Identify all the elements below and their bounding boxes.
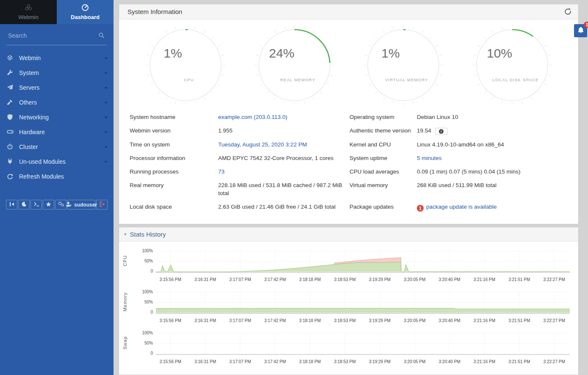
gauge-cpu: 1%CPU bbox=[131, 25, 240, 106]
sidebar-item-refresh-modules[interactable]: Refresh Modules ◀ bbox=[0, 169, 114, 184]
info-value: 0.09 (1 min) 0.07 (5 mins) 0.04 (15 mins… bbox=[417, 165, 570, 178]
x-tick-label: 3:21:51 PM bbox=[508, 277, 530, 282]
tab-dashboard[interactable]: Dashboard bbox=[57, 0, 114, 24]
stats-chart-swap: Swap 100% 50% 0 3:15:56 PM3:16:31 PM3:17… bbox=[119, 330, 578, 366]
info-link[interactable]: package update is available bbox=[426, 204, 497, 210]
chart-axis: CPU 100% 50% 0 bbox=[119, 248, 156, 274]
search-input[interactable] bbox=[7, 32, 97, 39]
info-link[interactable]: example.com (203.0.113.0) bbox=[218, 114, 287, 120]
gauge-local-disk-space: 10%LOCAL DISK SPACE bbox=[458, 25, 566, 106]
x-tick-label: 3:20:40 PM bbox=[439, 318, 460, 323]
sidebar-item-networking[interactable]: Networking ◀ bbox=[0, 110, 114, 124]
theme-info-button[interactable]: i bbox=[435, 128, 447, 135]
tab-webmin[interactable]: Webmin bbox=[0, 0, 57, 24]
sidebar-item-servers[interactable]: Servers ◀ bbox=[0, 80, 114, 95]
terminal-button[interactable] bbox=[31, 200, 42, 210]
sidebar-item-un-used-modules[interactable]: Un-used Modules ◀ bbox=[0, 154, 114, 169]
chart-axis: Memory 100% 50% 0 bbox=[119, 289, 156, 315]
gauge-dial: 1%VIRTUAL MEMORY bbox=[357, 25, 450, 106]
info-value: 1.955 bbox=[218, 124, 349, 138]
info-label: Authentic theme version bbox=[349, 124, 417, 138]
info-label: System hostname bbox=[130, 110, 218, 124]
collapse-sidebar-button[interactable] bbox=[6, 200, 17, 210]
refresh-icon[interactable] bbox=[563, 6, 573, 17]
chevron-left-icon: ◀ bbox=[105, 71, 107, 74]
sidebar-item-webmin[interactable]: Webmin ◀ bbox=[0, 50, 114, 65]
y-tick-label: 100% bbox=[142, 248, 153, 253]
x-tick-label: 3:20:05 PM bbox=[404, 277, 425, 282]
y-tick-label: 0 bbox=[150, 310, 153, 314]
x-tick-label: 3:20:05 PM bbox=[404, 359, 425, 364]
chart-axis-name: Memory bbox=[122, 292, 128, 312]
x-tick-label: 3:17:07 PM bbox=[229, 359, 251, 364]
stats-history-title: Stats History bbox=[130, 231, 166, 238]
info-link[interactable]: Tuesday, August 25, 2020 3:22 PM bbox=[218, 141, 307, 148]
terminal-icon bbox=[33, 201, 39, 208]
svg-text:24%: 24% bbox=[269, 46, 294, 60]
menu-item-label: Networking bbox=[19, 114, 105, 121]
x-tick-label: 3:17:42 PM bbox=[264, 359, 286, 364]
tab-dashboard-label: Dashboard bbox=[71, 14, 100, 20]
user-button[interactable]: sudouser bbox=[67, 200, 95, 210]
gauge-dial: 1%CPU bbox=[139, 25, 232, 106]
logout-button[interactable] bbox=[96, 200, 108, 210]
x-tick-label: 3:19:29 PM bbox=[369, 277, 391, 282]
caret-down-icon: ▾ bbox=[124, 232, 127, 237]
x-tick-label: 3:16:31 PM bbox=[194, 318, 216, 323]
y-tick-label: 100% bbox=[142, 331, 153, 335]
night-mode-button[interactable] bbox=[18, 200, 30, 210]
sidebar-item-cluster[interactable]: Cluster ◀ bbox=[0, 139, 114, 154]
info-value: 73 bbox=[218, 165, 349, 178]
chart-canvas bbox=[156, 248, 570, 274]
x-tick-label: 3:18:18 PM bbox=[299, 318, 321, 323]
gauge-virtual-memory: 1%VIRTUAL MEMORY bbox=[349, 25, 458, 106]
x-tick-label: 3:18:53 PM bbox=[334, 318, 355, 323]
info-label: Real memory bbox=[130, 178, 218, 200]
chevron-left-icon: ◀ bbox=[105, 130, 107, 134]
svg-text:1%: 1% bbox=[381, 46, 399, 60]
sidebar-item-system[interactable]: System ◀ bbox=[0, 65, 114, 80]
menu-item-label: Un-used Modules bbox=[19, 158, 105, 165]
chart-x-ticks: 3:15:56 PM3:16:31 PM3:17:07 PM3:17:42 PM… bbox=[156, 359, 570, 366]
charts-container: CPU 100% 50% 0 3:15:56 PM3:16:31 PM3:17:… bbox=[119, 242, 578, 374]
sidebar-toolbar: sudouser bbox=[6, 200, 108, 210]
x-tick-label: 3:20:40 PM bbox=[439, 359, 460, 364]
info-value: example.com (203.0.113.0) bbox=[218, 110, 349, 124]
sidebar-search bbox=[6, 24, 107, 45]
y-tick-label: 0 bbox=[150, 351, 153, 356]
x-tick-label: 3:17:07 PM bbox=[229, 277, 251, 282]
x-tick-label: 3:22:27 PM bbox=[544, 318, 565, 323]
notifications-button[interactable]: 1 bbox=[574, 24, 587, 37]
menu-item-label: System bbox=[19, 69, 105, 76]
notification-count-badge: 1 bbox=[584, 22, 588, 28]
favorites-button[interactable] bbox=[43, 200, 54, 210]
x-tick-label: 3:21:51 PM bbox=[508, 318, 530, 323]
stats-chart-memory: Memory 100% 50% 0 3:15:56 PM3:16:31 PM3:… bbox=[119, 289, 578, 325]
chart-axis-name: CPU bbox=[122, 255, 128, 266]
power-icon bbox=[7, 143, 17, 150]
info-link[interactable]: 5 minutes bbox=[417, 155, 442, 161]
x-tick-label: 3:22:27 PM bbox=[544, 359, 565, 364]
info-link[interactable]: 73 bbox=[218, 168, 225, 175]
info-label: System uptime bbox=[349, 151, 417, 165]
chevron-left-icon: ◀ bbox=[105, 86, 107, 89]
x-tick-label: 3:15:56 PM bbox=[160, 359, 181, 364]
stats-history-header[interactable]: ▾ Stats History bbox=[119, 227, 578, 242]
info-label: Processor information bbox=[130, 151, 218, 165]
y-tick-label: 50% bbox=[144, 259, 153, 263]
settings-button[interactable] bbox=[55, 200, 67, 210]
gear-icon bbox=[7, 55, 17, 61]
search-icon[interactable] bbox=[97, 30, 106, 40]
svg-text:CPU: CPU bbox=[184, 77, 194, 82]
svg-text:10%: 10% bbox=[486, 46, 512, 60]
gauge-dial: 24%REAL MEMORY bbox=[248, 25, 341, 106]
sidebar-item-others[interactable]: Others ◀ bbox=[0, 95, 114, 110]
info-value: AMD EPYC 7542 32-Core Processor, 1 cores bbox=[218, 151, 349, 165]
x-tick-label: 3:21:51 PM bbox=[508, 359, 530, 364]
gauge-real-memory: 24%REAL MEMORY bbox=[240, 25, 349, 106]
chevron-left-icon: ◀ bbox=[105, 101, 107, 104]
chart-canvas bbox=[156, 289, 570, 315]
menu-item-label: Cluster bbox=[19, 143, 105, 150]
sidebar-item-hardware[interactable]: Hardware ◀ bbox=[0, 124, 114, 139]
webmin-logo-icon bbox=[24, 4, 33, 13]
